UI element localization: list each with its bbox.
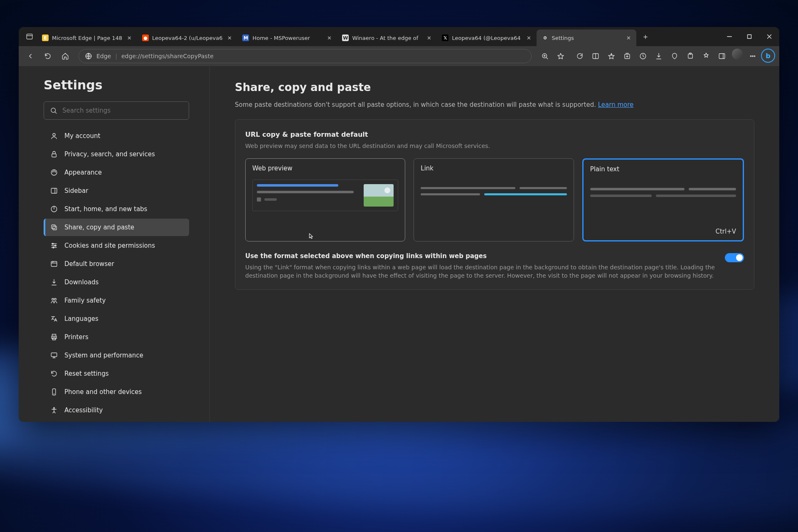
- profile-avatar[interactable]: [732, 49, 743, 59]
- favicon-icon: ●: [142, 34, 149, 41]
- sidebar-item[interactable]: Share, copy and paste: [44, 219, 189, 236]
- svg-point-18: [54, 171, 54, 172]
- favorite-icon[interactable]: [553, 49, 568, 64]
- downloads-icon[interactable]: [651, 49, 666, 64]
- favicon-icon: ⚙: [542, 34, 548, 41]
- refresh-alt-icon[interactable]: [572, 49, 587, 64]
- more-menu-icon[interactable]: [745, 49, 760, 64]
- sidebar-item[interactable]: Appearance: [44, 164, 189, 181]
- svg-point-10: [750, 56, 751, 57]
- svg-rect-20: [51, 188, 57, 193]
- svg-point-35: [54, 407, 55, 409]
- sidebar-item[interactable]: Privacy, search, and services: [44, 145, 189, 163]
- reset-icon: [50, 370, 58, 377]
- collections-icon[interactable]: [620, 49, 635, 64]
- card-web-preview[interactable]: Web preview: [245, 158, 405, 241]
- close-tab-icon[interactable]: ✕: [625, 34, 632, 42]
- sidebar-item[interactable]: Accessibility: [44, 401, 189, 419]
- window-controls: [719, 27, 779, 46]
- svg-point-19: [55, 172, 56, 172]
- tab[interactable]: W Winaero - At the edge of ✕: [337, 30, 437, 46]
- svg-rect-9: [719, 54, 725, 59]
- tab-label: Microsoft Edge | Page 148: [52, 35, 122, 41]
- search-input[interactable]: [62, 107, 183, 114]
- sidebar-item[interactable]: Phone and other devices: [44, 383, 189, 401]
- sidebar-item[interactable]: Languages: [44, 310, 189, 328]
- sidebar-item[interactable]: Reset settings: [44, 365, 189, 382]
- extensions-icon[interactable]: [683, 49, 698, 64]
- url-text: edge://settings/shareCopyPaste: [121, 53, 214, 59]
- tab-label: Leopeva64 (@Leopeva64: [452, 35, 522, 41]
- sidebar-item[interactable]: Cookies and site permissions: [44, 237, 189, 254]
- card-title: Plain text: [590, 165, 736, 173]
- minimize-button[interactable]: [719, 27, 739, 46]
- refresh-button[interactable]: [40, 49, 55, 64]
- sidebar-item[interactable]: My account: [44, 127, 189, 145]
- svg-rect-33: [51, 353, 57, 357]
- sidebar-item[interactable]: Downloads: [44, 273, 189, 291]
- zoom-icon[interactable]: [537, 49, 552, 64]
- close-tab-icon[interactable]: ✕: [226, 34, 233, 42]
- tab[interactable]: M Home - MSPoweruser ✕: [237, 30, 337, 46]
- back-button[interactable]: [23, 49, 38, 64]
- new-tab-button[interactable]: ＋: [638, 32, 653, 42]
- performance-icon[interactable]: [699, 49, 714, 64]
- history-icon[interactable]: [635, 49, 650, 64]
- tab[interactable]: ⚙ Settings ✕: [537, 30, 636, 46]
- sidebar-item[interactable]: Family safety: [44, 292, 189, 309]
- close-window-button[interactable]: [759, 27, 779, 46]
- maximize-button[interactable]: [739, 27, 759, 46]
- svg-rect-15: [52, 154, 57, 157]
- sidebar-item[interactable]: Sidebar: [44, 182, 189, 200]
- url-format-panel: URL copy & paste format default Web prev…: [235, 119, 754, 290]
- sidebar-item-label: Start, home, and new tabs: [64, 205, 147, 213]
- tab[interactable]: ● Leopeva64-2 (u/Leopeva6 ✕: [137, 30, 237, 46]
- favicon-icon: E: [42, 34, 49, 41]
- site-identity-icon: [85, 52, 92, 60]
- card-plain-text[interactable]: Plain text Ctrl+V: [582, 158, 744, 241]
- sidebar-item-label: Share, copy and paste: [64, 224, 134, 231]
- sidebar-item[interactable]: Printers: [44, 328, 189, 346]
- address-bar[interactable]: Edge | edge://settings/shareCopyPaste: [79, 49, 532, 63]
- home-button[interactable]: [58, 49, 73, 64]
- copy-format-toggle[interactable]: [725, 253, 744, 262]
- favicon-icon: M: [242, 34, 249, 41]
- sidebar-item[interactable]: Start, home, and new tabs: [44, 200, 189, 218]
- tab[interactable]: 𝕏 Leopeva64 (@Leopeva64 ✕: [437, 30, 537, 46]
- close-tab-icon[interactable]: ✕: [525, 34, 532, 42]
- search-settings[interactable]: [44, 101, 189, 120]
- panel-icon: [50, 187, 58, 195]
- site-identity-label: Edge: [96, 53, 111, 59]
- favicon-icon: 𝕏: [442, 34, 448, 41]
- svg-point-11: [752, 56, 753, 57]
- cursor-icon: [308, 232, 315, 240]
- close-tab-icon[interactable]: ✕: [126, 34, 133, 42]
- tab[interactable]: E Microsoft Edge | Page 148 ✕: [37, 30, 137, 46]
- panel-sub: Web preview may send data to the URL des…: [245, 143, 744, 149]
- browser-essentials-icon[interactable]: [667, 49, 682, 64]
- tab-label: Winaero - At the edge of: [352, 35, 422, 41]
- tab-label: Home - MSPoweruser: [252, 35, 322, 41]
- tab-label: Leopeva64-2 (u/Leopeva6: [152, 35, 222, 41]
- power-icon: [50, 205, 58, 213]
- family-icon: [50, 297, 58, 304]
- browser-icon: [50, 260, 58, 268]
- edge-bar-icon[interactable]: [714, 49, 729, 64]
- card-link[interactable]: Link: [414, 158, 574, 241]
- svg-point-17: [52, 172, 53, 172]
- tab-actions-icon[interactable]: [22, 27, 37, 46]
- split-screen-icon[interactable]: [588, 49, 603, 64]
- download-icon: [50, 278, 58, 286]
- svg-rect-1: [748, 35, 751, 39]
- sidebar-item[interactable]: System and performance: [44, 347, 189, 364]
- favorites-hub-icon[interactable]: [604, 49, 619, 64]
- bing-chat-icon[interactable]: b: [761, 49, 775, 63]
- sidebar-item-label: Printers: [64, 333, 89, 341]
- close-tab-icon[interactable]: ✕: [425, 34, 433, 42]
- sidebar-item[interactable]: Default browser: [44, 255, 189, 273]
- browser-window: E Microsoft Edge | Page 148 ✕● Leopeva64…: [19, 27, 779, 422]
- learn-more-link[interactable]: Learn more: [598, 101, 634, 108]
- close-tab-icon[interactable]: ✕: [325, 34, 333, 42]
- svg-rect-23: [52, 225, 55, 229]
- svg-point-28: [52, 298, 54, 300]
